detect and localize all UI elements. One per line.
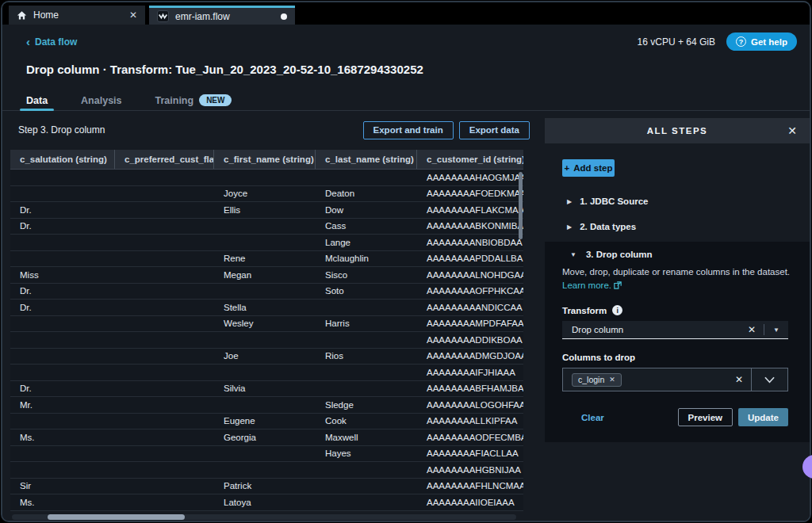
step-description: Move, drop, duplicate or rename columns … bbox=[562, 265, 802, 292]
table-cell bbox=[214, 219, 316, 235]
table-row: AAAAAAAAIFJHIAAA bbox=[10, 365, 523, 381]
table-cell: Megan bbox=[214, 267, 316, 283]
info-icon[interactable]: i bbox=[612, 305, 622, 315]
tab-emr-iam-flow[interactable]: emr-iam.flow bbox=[149, 6, 295, 25]
table-cell bbox=[115, 267, 214, 283]
table-cell bbox=[115, 365, 214, 380]
clear-x-icon[interactable]: ✕ bbox=[727, 374, 751, 385]
step-label: Step 3. Drop column bbox=[18, 124, 105, 136]
table-cell bbox=[214, 332, 316, 348]
step-jdbc-source[interactable]: ▶ 1. JDBC Source bbox=[545, 188, 810, 213]
step-drop-column-header[interactable]: ▼ 3. Drop column bbox=[562, 250, 788, 259]
table-cell bbox=[10, 235, 115, 250]
column-header[interactable]: c_customer_id (string) bbox=[417, 150, 523, 169]
column-header[interactable]: c_first_name (string) bbox=[214, 150, 316, 169]
remove-chip-icon[interactable]: ✕ bbox=[609, 376, 615, 384]
table-cell: Stella bbox=[214, 300, 316, 315]
step-drop-column-expanded: ▼ 3. Drop column Move, drop, duplicate o… bbox=[545, 242, 810, 442]
table-cell: AAAAAAAALLKIPFAA bbox=[417, 414, 523, 429]
clear-x-icon[interactable]: ✕ bbox=[740, 324, 764, 335]
table-cell: Hayes bbox=[316, 446, 417, 462]
column-header[interactable]: c_salutation (string) bbox=[10, 150, 115, 169]
tab-data[interactable]: Data bbox=[20, 90, 54, 110]
table-cell bbox=[316, 462, 417, 478]
page-title: Drop column · Transform: Tue_Jun_20_2023… bbox=[26, 63, 423, 76]
table-cell: Joe bbox=[214, 349, 316, 365]
open-dropdown-button[interactable] bbox=[751, 368, 787, 391]
table-cell bbox=[316, 300, 417, 315]
add-step-button[interactable]: + Add step bbox=[562, 159, 615, 177]
transform-label: Transform bbox=[562, 306, 607, 315]
table-row: Dr.CassAAAAAAAABKONMIBA bbox=[10, 219, 523, 235]
preview-button[interactable]: Preview bbox=[678, 408, 733, 426]
table-cell: Dr. bbox=[10, 300, 115, 315]
learn-more-link[interactable]: Learn more. bbox=[562, 281, 622, 290]
table-cell bbox=[115, 446, 214, 462]
table-cell bbox=[115, 479, 214, 494]
instance-resources: 16 vCPU + 64 GiB bbox=[638, 36, 715, 48]
back-to-data-flow-link[interactable]: ‹ Data flow bbox=[26, 36, 77, 48]
column-header[interactable]: c_last_name (string) bbox=[316, 150, 417, 169]
vertical-scrollbar[interactable] bbox=[519, 172, 523, 239]
table-cell: AAAAAAAAMPDFAFAA bbox=[417, 316, 523, 332]
app-body: ‹ Data flow 16 vCPU + 64 GiB ? Get help … bbox=[2, 25, 810, 521]
clear-link[interactable]: Clear bbox=[581, 413, 604, 422]
app-window: Home ✕ emr-iam.flow ‹ Data flow 16 vCPU … bbox=[1, 1, 811, 522]
table-cell bbox=[10, 316, 115, 332]
tab-home[interactable]: Home ✕ bbox=[9, 6, 145, 25]
table-cell: Deaton bbox=[316, 186, 417, 202]
update-button[interactable]: Update bbox=[738, 408, 788, 426]
table-cell bbox=[214, 446, 316, 462]
data-preview-pane: Step 3. Drop column Export and train Exp… bbox=[2, 112, 545, 521]
table-cell bbox=[10, 186, 115, 202]
step-label: 1. JDBC Source bbox=[580, 197, 648, 206]
table-cell: Cook bbox=[316, 414, 417, 429]
nav-tabs: Data Analysis Training NEW bbox=[2, 90, 810, 111]
table-cell bbox=[214, 462, 316, 478]
close-icon[interactable]: ✕ bbox=[129, 10, 137, 21]
table-cell: AAAAAAAAOFPHKCAA bbox=[417, 284, 523, 300]
table-cell: Patrick bbox=[214, 479, 316, 494]
get-help-button[interactable]: ? Get help bbox=[726, 32, 797, 51]
table-cell bbox=[214, 397, 316, 413]
table-row: Mr.SledgeAAAAAAAALOGOHFAA bbox=[10, 397, 523, 414]
horizontal-scrollbar-thumb[interactable] bbox=[48, 514, 185, 520]
table-row: JoeRiosAAAAAAAADMGDJOAA bbox=[10, 349, 523, 365]
table-cell: Rene bbox=[214, 251, 316, 267]
transform-select[interactable]: Drop column ✕ ▼ bbox=[562, 321, 788, 339]
table-cell: Wesley bbox=[214, 316, 316, 332]
preview-toolbar: Step 3. Drop column Export and train Exp… bbox=[18, 118, 530, 142]
external-link-icon bbox=[614, 281, 622, 289]
tab-training[interactable]: Training NEW bbox=[149, 90, 239, 110]
table-cell: Georgia bbox=[214, 429, 316, 445]
table-cell: Mclaughlin bbox=[316, 251, 417, 267]
unsaved-dot-icon bbox=[281, 13, 287, 20]
table-cell bbox=[214, 170, 316, 185]
table-header: c_salutation (string) c_preferred_cust_f… bbox=[10, 150, 523, 170]
table-cell: Silvia bbox=[214, 381, 316, 397]
table-row: Dr.StellaAAAAAAAAANDICCAA bbox=[10, 300, 523, 316]
export-data-button[interactable]: Export data bbox=[459, 121, 530, 139]
tab-analysis[interactable]: Analysis bbox=[75, 90, 128, 110]
table-cell: Sir bbox=[10, 479, 115, 494]
table-cell bbox=[115, 381, 214, 397]
table-body: AAAAAAAAHAOGMJAAJoyceDeatonAAAAAAAAFOEDK… bbox=[10, 170, 523, 511]
table-cell bbox=[115, 397, 214, 413]
tab-analysis-label: Analysis bbox=[81, 95, 121, 106]
table-cell: AAAAAAAAODFECMBA bbox=[417, 429, 523, 445]
table-cell: AAAAAAAANBIOBDAA bbox=[417, 235, 523, 250]
close-icon[interactable]: ✕ bbox=[787, 124, 797, 137]
column-header[interactable]: c_preferred_cust_flag ... bbox=[115, 150, 214, 169]
table-cell: AAAAAAAAIFJHIAAA bbox=[417, 365, 523, 380]
add-step-label: Add step bbox=[573, 163, 612, 173]
caret-down-icon: ▼ bbox=[570, 251, 576, 258]
table-cell: AAAAAAAAFHLNCMAA bbox=[417, 479, 523, 494]
export-and-train-button[interactable]: Export and train bbox=[363, 121, 454, 139]
columns-to-drop-multiselect[interactable]: c_login ✕ ✕ bbox=[562, 368, 788, 391]
table-cell: Rios bbox=[316, 349, 417, 365]
table-cell: Ms. bbox=[10, 494, 115, 510]
table-cell: Miss bbox=[10, 267, 115, 283]
table-cell: Soto bbox=[316, 284, 417, 300]
step-data-types[interactable]: ▶ 2. Data types bbox=[545, 213, 810, 239]
table-cell: Dr. bbox=[10, 381, 115, 397]
